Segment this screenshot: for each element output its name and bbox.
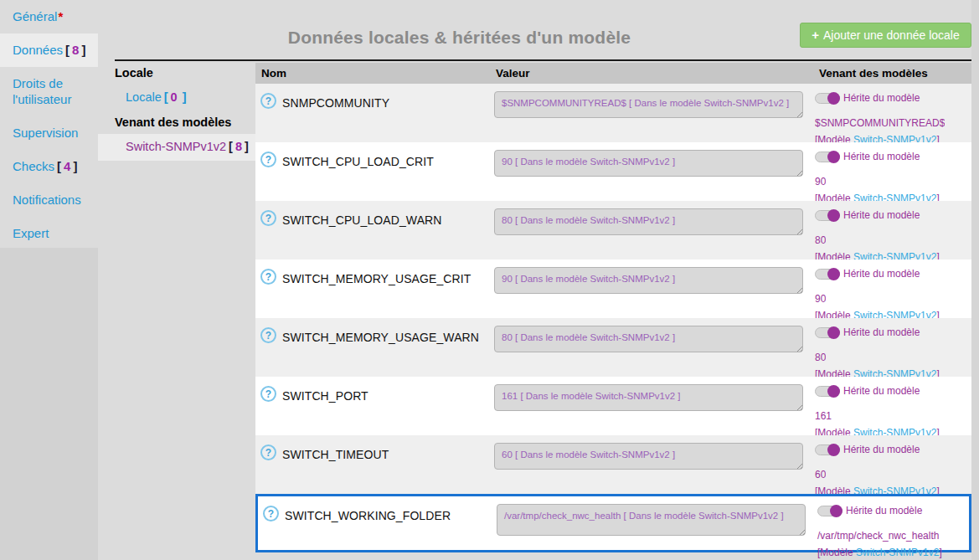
inherit-toggle[interactable] <box>817 506 842 516</box>
help-icon[interactable]: ? <box>260 152 276 167</box>
inherit-toggle[interactable] <box>815 210 840 221</box>
sidebar-item-checks[interactable]: Checks[4] <box>0 150 98 183</box>
data-name-label: SWITCH_MEMORY_USAGE_CRIT <box>282 272 471 285</box>
table-row: ? SNMPCOMMUNITY $SNMPCOMMUNITYREAD$ [ Da… <box>255 84 971 142</box>
sidebar-item-notifications[interactable]: Notifications <box>0 183 98 217</box>
data-name-label: SWITCH_MEMORY_USAGE_WARN <box>282 331 479 344</box>
inherit-label: Hérite du modèle <box>843 444 920 455</box>
inherit-toggle[interactable] <box>815 269 840 280</box>
sidebar-item-droits-de-l-utilisateur[interactable]: Droits de l'utilisateur <box>0 67 98 116</box>
panel-item-label: Switch-SNMPv1v2 <box>126 140 226 153</box>
badge-bracket: ] <box>183 90 187 104</box>
inherit-label: Hérite du modèle <box>843 151 920 162</box>
help-icon[interactable]: ? <box>260 386 276 402</box>
table-row: ? SWITCH_MEMORY_USAGE_WARN 80 [ Dans le … <box>255 318 971 377</box>
inherited-value: /var/tmp/check_nwc_health <box>817 530 939 542</box>
badge-bracket: ] <box>245 140 249 153</box>
table-row: ? SWITCH_WORKING_FOLDER /var/tmp/check_n… <box>255 494 971 552</box>
value-input[interactable]: 90 [ Dans le modèle Switch-SNMPv1v2 ] <box>494 267 803 294</box>
inherit-toggle[interactable] <box>815 444 840 455</box>
data-name-label: SWITCH_CPU_LOAD_CRIT <box>282 155 434 168</box>
badge-bracket: [ <box>164 90 168 104</box>
model-selector-panel: Locale Locale[0] Venant des modèles Swit… <box>98 62 255 161</box>
add-local-data-button[interactable]: +Ajouter une donnée locale <box>800 23 971 48</box>
sidebar-item-label: Données <box>13 43 63 57</box>
model-suffix: ] <box>939 547 941 558</box>
table-row: ? SWITCH_CPU_LOAD_WARN 80 [ Dans le modè… <box>255 201 971 259</box>
data-table: Nom Valeur Venant des modèles ? SNMPCOMM… <box>255 63 971 552</box>
sidebar-item-supervision[interactable]: Supervision <box>0 116 98 150</box>
value-input[interactable]: /var/tmp/check_nwc_health [ Dans le modè… <box>497 504 806 536</box>
inherit-toggle[interactable] <box>815 152 840 162</box>
value-input[interactable]: 60 [ Dans le modèle Switch-SNMPv1v2 ] <box>494 443 803 470</box>
toggle-knob <box>830 505 842 517</box>
inherited-value: $SNMPCOMMUNITYREAD$ <box>815 117 945 129</box>
panel-item-locale[interactable]: Locale[0] <box>98 85 255 111</box>
data-name-label: SWITCH_WORKING_FOLDER <box>285 509 451 522</box>
inherit-toggle[interactable] <box>815 327 840 338</box>
value-input[interactable]: 161 [ Dans le modèle Switch-SNMPv1v2 ] <box>494 384 803 411</box>
table-row: ? SWITCH_CPU_LOAD_CRIT 90 [ Dans le modè… <box>255 142 971 201</box>
sidebar-item-donn-es[interactable]: Données[8] <box>0 33 98 67</box>
scrollbar[interactable] <box>971 0 979 560</box>
inherit-label: Hérite du modèle <box>843 385 920 397</box>
data-name-label: SWITCH_PORT <box>282 389 368 403</box>
badge-count: 0 <box>168 90 180 104</box>
page-title: Données locales & héritées d'un modèle <box>115 28 804 48</box>
badge-bracket: ] <box>81 43 85 57</box>
inherited-value: 161 <box>815 410 832 422</box>
panel-item-model[interactable]: Switch-SNMPv1v2[8] <box>98 134 255 161</box>
badge-count: 8 <box>233 140 245 153</box>
model-link[interactable]: Switch-SNMPv1v2 <box>856 547 939 558</box>
sidebar-item-label: Général <box>13 9 57 23</box>
help-icon[interactable]: ? <box>260 327 276 343</box>
value-input[interactable]: 80 [ Dans le modèle Switch-SNMPv1v2 ] <box>494 326 803 352</box>
value-input[interactable]: 90 [ Dans le modèle Switch-SNMPv1v2 ] <box>494 150 803 177</box>
table-row: ? SWITCH_TIMEOUT 60 [ Dans le modèle Swi… <box>255 435 971 494</box>
sidebar-item-label: Expert <box>13 226 49 240</box>
badge-bracket: ] <box>73 159 77 173</box>
sidebar-item-badge: [4] <box>54 159 77 173</box>
inherit-toggle[interactable] <box>815 386 840 397</box>
inherit-label: Hérite du modèle <box>843 209 920 221</box>
data-name-label: SWITCH_TIMEOUT <box>282 448 389 461</box>
inherit-label: Hérite du modèle <box>843 92 920 104</box>
toggle-knob <box>827 92 840 105</box>
column-header-venant: Venant des modèles <box>815 63 971 84</box>
help-icon[interactable]: ? <box>260 210 276 226</box>
help-icon[interactable]: ? <box>263 506 279 521</box>
toggle-knob <box>827 209 840 222</box>
inherit-label: Hérite du modèle <box>843 326 920 338</box>
column-header-valeur: Valeur <box>492 63 815 84</box>
toggle-knob <box>827 268 840 280</box>
required-asterisk: * <box>58 9 63 23</box>
value-input[interactable]: $SNMPCOMMUNITYREAD$ [ Dans le modèle Swi… <box>494 91 803 118</box>
inherited-value: 60 <box>815 469 826 480</box>
value-input[interactable]: 80 [ Dans le modèle Switch-SNMPv1v2 ] <box>494 208 803 235</box>
sidebar-item-expert[interactable]: Expert <box>0 217 98 250</box>
sidebar-item-label: Notifications <box>13 193 81 207</box>
inherited-value: 80 <box>815 234 826 246</box>
sidebar-item-badge: [8] <box>63 43 85 57</box>
inherit-label: Hérite du modèle <box>846 505 922 516</box>
inherited-model-line: [Modèle Switch-SNMPv1v2] <box>817 547 942 558</box>
table-row: ? SWITCH_PORT 161 [ Dans le modèle Switc… <box>255 377 971 435</box>
inherited-value: 80 <box>815 352 826 363</box>
sidebar: Général*Données[8]Droits de l'utilisateu… <box>0 0 98 250</box>
sidebar-filler <box>0 248 98 560</box>
toggle-knob <box>827 326 840 339</box>
panel-item-label: Locale <box>126 90 162 104</box>
models-section-header: Venant des modèles <box>98 111 255 134</box>
inherited-value: 90 <box>815 293 826 305</box>
help-icon[interactable]: ? <box>260 444 276 460</box>
table-header: Nom Valeur Venant des modèles <box>255 63 971 84</box>
table-row: ? SWITCH_MEMORY_USAGE_CRIT 90 [ Dans le … <box>255 259 971 318</box>
help-icon[interactable]: ? <box>260 269 276 285</box>
toggle-knob <box>827 151 840 163</box>
sidebar-item-g-n-ral[interactable]: Général* <box>0 0 98 33</box>
help-icon[interactable]: ? <box>260 93 276 109</box>
data-name-label: SNMPCOMMUNITY <box>282 96 389 110</box>
badge-count: 8 <box>70 43 81 57</box>
inherit-toggle[interactable] <box>815 93 840 104</box>
sidebar-item-label: Supervision <box>13 126 78 140</box>
